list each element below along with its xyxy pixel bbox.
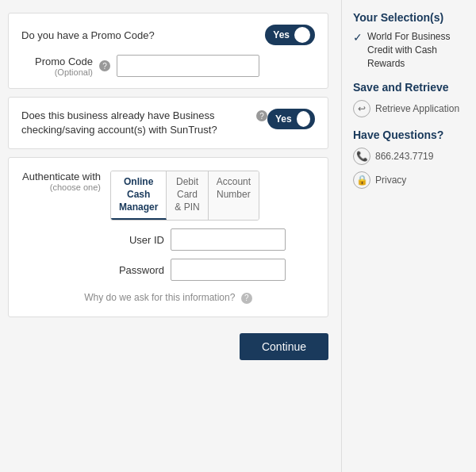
promo-help-icon[interactable]: ? xyxy=(99,60,110,71)
sidebar: Your Selection(s) ✓ World For Business C… xyxy=(341,0,476,472)
tab-online-line2: Cash xyxy=(119,189,158,201)
auth-tabs-and-fields: Online Cash Manager Debit Card & PIN Acc… xyxy=(110,171,315,281)
continue-button[interactable]: Continue xyxy=(240,333,328,360)
auth-tab-row: Online Cash Manager Debit Card & PIN Acc… xyxy=(110,171,259,221)
promo-field-label: Promo Code xyxy=(21,56,93,67)
user-id-input[interactable] xyxy=(171,228,286,251)
tab-debit-line1: Debit xyxy=(175,176,199,189)
phone-action[interactable]: 📞 866.243.7719 xyxy=(353,148,465,165)
tab-account-line1: Account xyxy=(217,176,251,189)
promo-code-input[interactable] xyxy=(117,55,259,77)
toggle-circle xyxy=(294,27,310,43)
tab-debit-line3: & PIN xyxy=(175,201,199,214)
auth-label: Authenticate with xyxy=(21,171,101,182)
your-selections-section: Your Selection(s) ✓ World For Business C… xyxy=(353,11,465,70)
check-icon: ✓ xyxy=(353,31,363,44)
password-row: Password xyxy=(110,259,315,281)
have-questions-title: Have Questions? xyxy=(353,129,465,141)
save-retrieve-section: Save and Retrieve ↩ Retrieve Application xyxy=(353,81,465,117)
promo-toggle-label: Yes xyxy=(273,29,290,40)
biz-toggle[interactable]: Yes xyxy=(267,109,315,129)
phone-number: 866.243.7719 xyxy=(375,151,433,162)
save-retrieve-title: Save and Retrieve xyxy=(353,81,465,94)
promo-toggle[interactable]: Yes xyxy=(265,25,315,45)
user-id-row: User ID xyxy=(110,228,315,251)
tab-account-number[interactable]: Account Number xyxy=(209,171,259,220)
tab-debit-line2: Card xyxy=(175,189,199,201)
promo-optional-text: (Optional) xyxy=(21,67,93,77)
biz-toggle-circle xyxy=(297,111,310,127)
have-questions-section: Have Questions? 📞 866.243.7719 🔒 Privacy xyxy=(353,129,465,189)
promo-field-label-wrap: Promo Code (Optional) xyxy=(21,56,93,77)
biz-help-icon[interactable]: ? xyxy=(256,110,267,121)
why-link-text[interactable]: Why do we ask for this information? xyxy=(84,292,235,303)
promo-question-label: Do you have a Promo Code? xyxy=(21,29,155,41)
tab-online-line3: Manager xyxy=(119,201,158,214)
continue-wrapper: Continue xyxy=(8,333,328,360)
phone-icon: 📞 xyxy=(353,148,370,165)
promo-code-section: Do you have a Promo Code? Yes Promo Code… xyxy=(8,13,328,89)
tab-account-line2: Number xyxy=(217,189,251,201)
tab-online-line1: Online xyxy=(119,176,158,189)
privacy-label: Privacy xyxy=(375,175,406,186)
tab-online-cash-manager[interactable]: Online Cash Manager xyxy=(111,171,167,220)
privacy-icon: 🔒 xyxy=(353,171,370,189)
retrieve-label: Retrieve Application xyxy=(375,103,459,114)
user-id-label: User ID xyxy=(110,234,164,246)
password-label: Password xyxy=(110,264,164,276)
selection-item: ✓ World For Business Credit with Cash Re… xyxy=(353,30,465,70)
auth-sublabel: (choose one) xyxy=(21,182,101,192)
selection-item-text: World For Business Credit with Cash Rewa… xyxy=(367,30,465,70)
tab-debit-card-pin[interactable]: Debit Card & PIN xyxy=(167,171,208,220)
why-link-row: Why do we ask for this information? ? xyxy=(21,292,315,304)
authenticate-section: Authenticate with (choose one) Online Ca… xyxy=(8,157,328,317)
why-question-icon[interactable]: ? xyxy=(241,293,252,304)
your-selections-title: Your Selection(s) xyxy=(353,11,465,24)
business-checking-section: Does this business already have Business… xyxy=(8,97,328,149)
privacy-action[interactable]: 🔒 Privacy xyxy=(353,171,465,189)
password-input[interactable] xyxy=(171,259,286,281)
retrieve-icon: ↩ xyxy=(353,100,370,117)
biz-toggle-label: Yes xyxy=(275,113,292,125)
biz-question-label: Does this business already have Business… xyxy=(21,109,251,137)
retrieve-application-action[interactable]: ↩ Retrieve Application xyxy=(353,100,465,117)
